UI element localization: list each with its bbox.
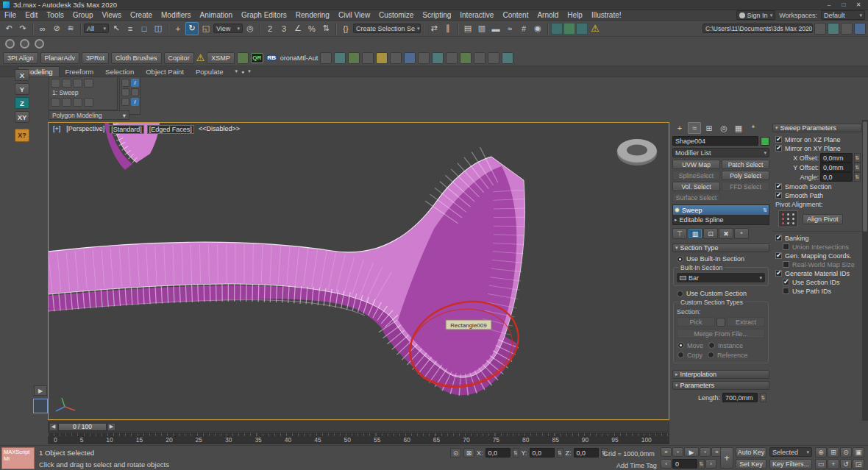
corona-rb-icon[interactable]: RB: [266, 54, 278, 61]
align-icon[interactable]: ∥: [441, 22, 455, 35]
y-offset-spinner[interactable]: ⇅: [854, 163, 861, 172]
uvw-map-button[interactable]: UVW Map: [672, 160, 720, 169]
vol-select-button[interactable]: Vol. Select: [672, 182, 720, 191]
window-crossing-icon[interactable]: ◫: [152, 22, 165, 35]
corona-mtl-label[interactable]: oronaMtl-Aut: [280, 54, 319, 62]
scene-explorer-icon[interactable]: ▤: [461, 22, 474, 35]
zoom-extents-icon[interactable]: ⊙: [840, 447, 852, 457]
copitor-button[interactable]: Copitor: [164, 52, 194, 64]
3pt-align-button[interactable]: 3Pt Align: [3, 52, 38, 64]
show-end-result-icon[interactable]: ▥: [688, 228, 702, 239]
close-button[interactable]: ✕: [852, 1, 865, 10]
zoom-icon[interactable]: ⊕: [815, 447, 827, 457]
axis-x-button[interactable]: X: [15, 69, 29, 81]
menu-customize[interactable]: Customize: [374, 10, 418, 20]
angle-snap-icon[interactable]: ∠: [291, 22, 305, 35]
perspective-viewport[interactable]: [+] [Perspective] [Standard] [Edged Face…: [48, 122, 669, 420]
radio-copy[interactable]: Copy: [677, 351, 702, 360]
section-list-icon[interactable]: [716, 318, 725, 327]
object-color-swatch[interactable]: [761, 137, 769, 146]
unlink-selection-icon[interactable]: ⊘: [50, 22, 63, 35]
xsmp-button[interactable]: XSMP: [207, 52, 235, 64]
select-and-rotate-icon[interactable]: ↻: [185, 22, 199, 35]
asset-library-icon[interactable]: [828, 23, 839, 35]
modifier-stack-item-editable-spline[interactable]: ▸ Editable Spline: [673, 215, 769, 224]
menu-tools[interactable]: Tools: [42, 10, 68, 20]
edit-named-selections-icon[interactable]: {}: [339, 22, 352, 35]
modifier-preset-icon[interactable]: [84, 98, 93, 107]
next-frame-button[interactable]: ›: [700, 447, 711, 457]
subobject-edge-icon[interactable]: [62, 79, 71, 88]
swept-spline-object[interactable]: [49, 157, 524, 395]
sign-in-button[interactable]: Sign In ▾: [736, 10, 776, 20]
radio-reference[interactable]: Reference: [707, 351, 748, 360]
set-keys-button[interactable]: +: [720, 447, 733, 469]
axis-xy-button[interactable]: XY: [15, 111, 29, 123]
plugin-icon[interactable]: [237, 52, 249, 64]
menu-content[interactable]: Content: [498, 10, 533, 20]
radio-move[interactable]: Move: [677, 341, 703, 350]
checkbox-use-path-ids[interactable]: Use Path IDs: [772, 287, 862, 295]
ribbon-toggle-icon[interactable]: ▬: [489, 22, 502, 35]
select-and-move-icon[interactable]: +: [171, 22, 185, 35]
z-coordinate-field[interactable]: 0,0: [574, 448, 599, 457]
menu-arnold[interactable]: Arnold: [533, 10, 563, 20]
scrollbar-thumb[interactable]: [863, 121, 867, 232]
next-frame-button[interactable]: ▶: [107, 423, 115, 431]
circular-tool-icon[interactable]: [35, 39, 44, 49]
menu-file[interactable]: File: [0, 10, 21, 20]
menu-civil-view[interactable]: Civil View: [334, 10, 374, 20]
length-field[interactable]: 700,0mm: [722, 393, 758, 402]
pin-stack-icon[interactable]: ⊤: [672, 228, 687, 239]
menu-edit[interactable]: Edit: [21, 10, 42, 20]
rollout-section-type[interactable]: ▾ Section Type: [672, 243, 769, 252]
rollout-interpolation[interactable]: ▸ Interpolation: [672, 370, 769, 379]
modifier-preset-icon[interactable]: [73, 98, 82, 107]
modifier-list-dropdown[interactable]: Modifier List ▾: [672, 148, 769, 157]
rollout-parameters[interactable]: ▾ Parameters: [672, 381, 769, 390]
viewport-menu-standard[interactable]: [Standard]: [109, 125, 144, 134]
viewport-menu-general[interactable]: [+]: [51, 125, 62, 134]
selection-filter-dropdown[interactable]: All ▾: [84, 24, 109, 33]
previous-frame-button[interactable]: ‹: [672, 447, 683, 457]
pan-view-icon[interactable]: +: [828, 459, 839, 469]
workspaces-dropdown[interactable]: Default ▾: [821, 10, 865, 20]
x-offset-field[interactable]: 0,0mm: [820, 153, 853, 163]
maximize-button[interactable]: □: [837, 1, 850, 10]
planaradv-button[interactable]: PlanarAdv: [40, 52, 80, 64]
checkbox-mirror-xz[interactable]: Mirror on XZ Plane: [772, 135, 862, 143]
modifier-stack-item-sweep[interactable]: Sweep ⇅: [673, 205, 769, 215]
viewport-menu-pov[interactable]: [Perspective]: [65, 125, 106, 134]
modifier-preset-icon[interactable]: [62, 98, 71, 107]
radio-use-custom-section[interactable]: Use Custom Section: [673, 289, 769, 298]
subobject-vertex-icon[interactable]: [51, 79, 60, 88]
plugin-icon[interactable]: [460, 52, 472, 64]
time-slider[interactable]: ◀ 0 / 100 ▶: [48, 421, 669, 432]
3prot-button[interactable]: 3PRot: [82, 52, 109, 64]
extract-button[interactable]: Extract: [727, 317, 765, 327]
cloth-brushes-button[interactable]: Cloth Brushes: [111, 52, 162, 64]
set-key-button[interactable]: Set Key: [736, 459, 766, 469]
stack-scroll-icon[interactable]: ⇅: [763, 207, 767, 213]
builtin-section-dropdown[interactable]: Bar ▾: [677, 273, 765, 282]
add-time-tag[interactable]: Add Time Tag: [616, 462, 657, 469]
schematic-view-icon[interactable]: #: [517, 22, 530, 35]
render-setup-icon[interactable]: [551, 23, 563, 35]
percent-snap-icon[interactable]: %: [305, 22, 319, 35]
patch-select-button[interactable]: Patch Select: [722, 160, 769, 169]
ribbon-tab-populate[interactable]: Populate: [190, 66, 230, 76]
align-pivot-button[interactable]: Align Pivot: [803, 214, 843, 224]
spinner-snap-icon[interactable]: ⇅: [319, 22, 332, 35]
object-name-field[interactable]: Shape004: [672, 136, 758, 146]
plugin-icon[interactable]: [390, 52, 402, 64]
spline-select-button[interactable]: SplineSelect: [672, 171, 720, 180]
zoom-extents-all-icon[interactable]: ▣: [853, 447, 864, 457]
menu-animation[interactable]: Animation: [196, 10, 237, 20]
maxscript-macro-button[interactable]: X?: [15, 129, 29, 142]
previous-key-button[interactable]: ‹: [661, 459, 672, 469]
current-frame-field[interactable]: 0: [672, 459, 697, 469]
menu-illustrate[interactable]: Illustrate!: [587, 10, 626, 20]
ribbon-config-icon[interactable]: ●: [241, 69, 244, 74]
menu-views[interactable]: Views: [98, 10, 127, 20]
menu-group[interactable]: Group: [68, 10, 98, 20]
